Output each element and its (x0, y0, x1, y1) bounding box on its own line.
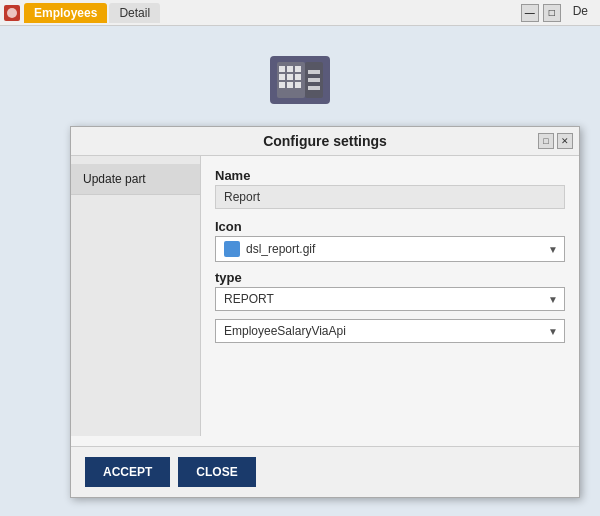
type-select-wrapper[interactable]: REPORT ▼ (215, 287, 565, 311)
icon-dropdown-arrow-icon: ▼ (548, 244, 558, 255)
subtype-select-wrapper[interactable]: EmployeeSalaryViaApi ▼ (215, 319, 565, 343)
app-icon-area (270, 56, 330, 104)
dialog-titlebar: Configure settings □ ✕ (71, 127, 579, 156)
close-button[interactable]: CLOSE (178, 457, 255, 487)
icon-select-wrapper[interactable]: dsl_report.gif ▼ (215, 236, 565, 262)
svg-rect-14 (308, 86, 320, 90)
icon-select-value: dsl_report.gif (246, 242, 315, 256)
sidebar-item-label: Update part (83, 172, 146, 186)
type-select[interactable]: REPORT ▼ (215, 287, 565, 311)
minimize-button[interactable]: — (521, 4, 539, 22)
subtype-select-value: EmployeeSalaryViaApi (224, 324, 346, 338)
svg-rect-6 (287, 74, 293, 80)
tab-employees[interactable]: Employees (24, 3, 107, 23)
title-bar-controls: — □ De (521, 4, 596, 22)
svg-rect-9 (287, 82, 293, 88)
svg-rect-3 (287, 66, 293, 72)
svg-point-0 (7, 8, 17, 18)
svg-rect-13 (308, 78, 320, 82)
dialog-content: Name Report Icon dsl_report.gif ▼ (201, 156, 579, 436)
type-dropdown-arrow-icon: ▼ (548, 294, 558, 305)
type-select-value: REPORT (224, 292, 274, 306)
tab-detail-label: Detail (119, 6, 150, 20)
app-icon (270, 56, 330, 104)
accept-button[interactable]: ACCEPT (85, 457, 170, 487)
name-label: Name (215, 168, 565, 183)
sidebar-item-update-part[interactable]: Update part (71, 164, 200, 195)
title-bar: Employees Detail — □ De (0, 0, 600, 26)
main-area: Configure settings □ ✕ Update part Name … (0, 26, 600, 516)
svg-rect-2 (279, 66, 285, 72)
svg-rect-7 (295, 74, 301, 80)
subtype-select[interactable]: EmployeeSalaryViaApi ▼ (215, 319, 565, 343)
name-field-row: Name Report (215, 168, 565, 209)
svg-rect-10 (295, 82, 301, 88)
tab-employees-label: Employees (34, 6, 97, 20)
name-value: Report (215, 185, 565, 209)
dialog-title: Configure settings (263, 133, 387, 149)
app-icon-small (4, 5, 20, 21)
dialog-controls: □ ✕ (538, 133, 573, 149)
maximize-button[interactable]: □ (543, 4, 561, 22)
dialog-close-button[interactable]: ✕ (557, 133, 573, 149)
configure-settings-dialog: Configure settings □ ✕ Update part Name … (70, 126, 580, 498)
dialog-footer: ACCEPT CLOSE (71, 446, 579, 497)
svg-rect-4 (295, 66, 301, 72)
icon-label: Icon (215, 219, 565, 234)
extra-label: De (565, 4, 596, 22)
svg-rect-12 (308, 70, 320, 74)
dialog-sidebar: Update part (71, 156, 201, 436)
icon-preview (224, 241, 240, 257)
type-label: type (215, 270, 565, 285)
subtype-dropdown-arrow-icon: ▼ (548, 326, 558, 337)
dialog-minimize-button[interactable]: □ (538, 133, 554, 149)
icon-select[interactable]: dsl_report.gif ▼ (215, 236, 565, 262)
dialog-body: Update part Name Report Icon dsl_report. (71, 156, 579, 436)
tab-detail[interactable]: Detail (109, 3, 160, 23)
icon-field-row: Icon dsl_report.gif ▼ (215, 219, 565, 262)
type-field-row: type REPORT ▼ EmployeeSalaryViaApi ▼ (215, 270, 565, 343)
svg-rect-8 (279, 82, 285, 88)
svg-rect-5 (279, 74, 285, 80)
